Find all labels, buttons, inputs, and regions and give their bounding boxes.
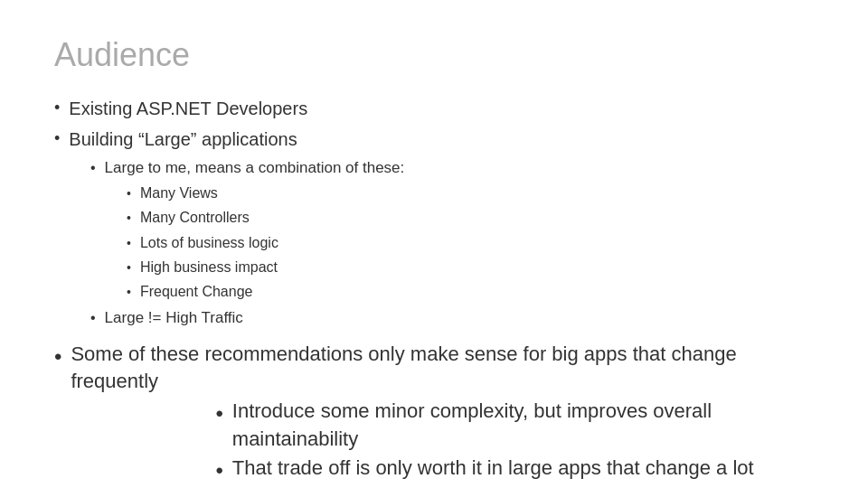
big-bullet-subbullets: • Introduce some minor complexity, but i… [107,398,814,483]
big-bullet-content: Some of these recommendations only make … [71,341,814,484]
sub-dot-1: • [215,401,222,427]
bullet-dot-1: • [54,99,60,117]
sub-text-2: That trade off is only worth it in large… [232,455,754,483]
bullet-text-2-1-3: Lots of business logic [140,233,278,253]
bullet-text-2-2: Large != High Traffic [105,307,243,329]
bullet-text-2-1-5: Frequent Change [140,282,253,302]
bullet-text-2-1-2: Many Controllers [140,208,250,228]
slide: Audience • Existing ASP.NET Developers •… [0,0,868,488]
bullet-dot-2-1-3: • [127,236,131,250]
bullet-large-not-traffic: • Large != High Traffic [90,307,814,329]
bullet-dot-2-1-4: • [127,260,131,275]
bullet-large-combination: • Large to me, means a combination of th… [90,157,814,179]
sub-text-1: Introduce some minor complexity, but imp… [232,398,814,454]
bullet-text-2-1: Large to me, means a combination of thes… [105,157,405,179]
big-bullet-dot: • [54,344,61,370]
bullet-business-logic: • Lots of business logic [127,233,814,253]
big-bullet-text: Some of these recommendations only make … [71,343,736,393]
bullet-text-2-1-4: High business impact [140,258,278,277]
bullet-building-large: • Building “Large” applications [54,127,814,152]
bullet-existing-asp: • Existing ASP.NET Developers [54,96,814,121]
bullet-text-1: Existing ASP.NET Developers [69,96,307,121]
big-bullet-recommendations: • Some of these recommendations only mak… [54,341,814,484]
bullet-dot-2: • [54,129,60,148]
bullet-many-controllers: • Many Controllers [127,208,814,228]
bullet-many-views: • Many Views [127,183,814,203]
bullet-text-2-1-1: Many Views [140,183,218,203]
bullet-business-impact: • High business impact [127,258,814,277]
bullet-dot-2-1-2: • [127,211,131,225]
sub-bullet-complexity: • Introduce some minor complexity, but i… [215,398,814,454]
content-area: • Existing ASP.NET Developers • Building… [54,96,814,486]
sub-dot-2: • [215,458,222,483]
bullet-text-2: Building “Large” applications [69,127,297,152]
bullet-dot-2-1: • [90,160,96,176]
sub-bullet-tradeoff: • That trade off is only worth it in lar… [215,455,814,483]
slide-title: Audience [54,36,814,74]
bullet-dot-2-1-1: • [127,186,131,201]
bullet-dot-2-2: • [90,310,96,326]
bullet-frequent-change: • Frequent Change [127,282,814,302]
bullet-dot-2-1-5: • [127,285,131,299]
